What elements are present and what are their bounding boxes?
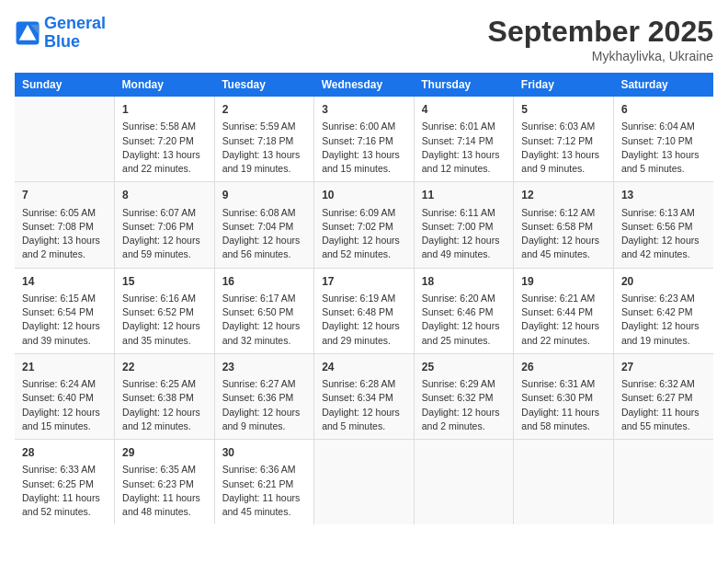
- calendar-cell: 2Sunrise: 5:59 AM Sunset: 7:18 PM Daylig…: [214, 97, 314, 182]
- day-number: 16: [222, 274, 307, 290]
- logo-text: General Blue: [44, 15, 106, 52]
- weekday-header-saturday: Saturday: [613, 73, 713, 97]
- day-info: Sunrise: 6:15 AM Sunset: 6:54 PM Dayligh…: [22, 292, 107, 348]
- day-info: Sunrise: 6:16 AM Sunset: 6:52 PM Dayligh…: [122, 292, 207, 348]
- calendar-cell: 15Sunrise: 6:16 AM Sunset: 6:52 PM Dayli…: [115, 268, 215, 353]
- day-info: Sunrise: 6:07 AM Sunset: 7:06 PM Dayligh…: [122, 206, 207, 262]
- day-info: Sunrise: 6:31 AM Sunset: 6:30 PM Dayligh…: [521, 377, 606, 433]
- calendar-cell: 21Sunrise: 6:24 AM Sunset: 6:40 PM Dayli…: [15, 353, 115, 439]
- logo: General Blue: [15, 15, 106, 52]
- calendar-cell: 23Sunrise: 6:27 AM Sunset: 6:36 PM Dayli…: [214, 353, 314, 439]
- day-number: 11: [422, 188, 506, 203]
- weekday-header-wednesday: Wednesday: [314, 73, 415, 97]
- calendar-cell: 25Sunrise: 6:29 AM Sunset: 6:32 PM Dayli…: [414, 353, 514, 439]
- day-info: Sunrise: 6:20 AM Sunset: 6:46 PM Dayligh…: [422, 292, 506, 348]
- calendar-cell: 24Sunrise: 6:28 AM Sunset: 6:34 PM Dayli…: [314, 353, 415, 439]
- day-info: Sunrise: 6:25 AM Sunset: 6:38 PM Dayligh…: [122, 377, 207, 433]
- day-number: 26: [521, 360, 606, 375]
- day-number: 6: [621, 102, 706, 118]
- day-info: Sunrise: 6:24 AM Sunset: 6:40 PM Dayligh…: [22, 377, 107, 433]
- calendar-cell: [314, 440, 415, 525]
- day-info: Sunrise: 6:27 AM Sunset: 6:36 PM Dayligh…: [222, 377, 307, 433]
- day-info: Sunrise: 6:11 AM Sunset: 7:00 PM Dayligh…: [422, 206, 506, 262]
- calendar-cell: 10Sunrise: 6:09 AM Sunset: 7:02 PM Dayli…: [314, 182, 415, 268]
- calendar-cell: 19Sunrise: 6:21 AM Sunset: 6:44 PM Dayli…: [514, 268, 614, 353]
- calendar-cell: 16Sunrise: 6:17 AM Sunset: 6:50 PM Dayli…: [214, 268, 314, 353]
- day-number: 30: [222, 445, 307, 461]
- calendar-cell: 1Sunrise: 5:58 AM Sunset: 7:20 PM Daylig…: [115, 97, 215, 182]
- calendar-cell: 28Sunrise: 6:33 AM Sunset: 6:25 PM Dayli…: [15, 440, 115, 525]
- day-info: Sunrise: 6:36 AM Sunset: 6:21 PM Dayligh…: [222, 463, 307, 519]
- calendar-week-row: 1Sunrise: 5:58 AM Sunset: 7:20 PM Daylig…: [15, 97, 713, 182]
- day-info: Sunrise: 6:17 AM Sunset: 6:50 PM Dayligh…: [222, 292, 307, 348]
- logo-line2: Blue: [44, 32, 80, 51]
- location-subtitle: Mykhaylivka, Ukraine: [488, 49, 713, 63]
- calendar-week-row: 28Sunrise: 6:33 AM Sunset: 6:25 PM Dayli…: [15, 440, 713, 525]
- calendar-cell: 12Sunrise: 6:12 AM Sunset: 6:58 PM Dayli…: [514, 182, 614, 268]
- day-info: Sunrise: 6:21 AM Sunset: 6:44 PM Dayligh…: [521, 292, 606, 348]
- calendar-cell: 6Sunrise: 6:04 AM Sunset: 7:10 PM Daylig…: [613, 97, 713, 182]
- day-number: 20: [621, 274, 706, 290]
- day-number: 24: [322, 360, 406, 375]
- day-number: 18: [422, 274, 506, 290]
- calendar-cell: 14Sunrise: 6:15 AM Sunset: 6:54 PM Dayli…: [15, 268, 115, 353]
- calendar-cell: 7Sunrise: 6:05 AM Sunset: 7:08 PM Daylig…: [15, 182, 115, 268]
- calendar-cell: 11Sunrise: 6:11 AM Sunset: 7:00 PM Dayli…: [414, 182, 514, 268]
- calendar-cell: 29Sunrise: 6:35 AM Sunset: 6:23 PM Dayli…: [115, 440, 215, 525]
- calendar-week-row: 7Sunrise: 6:05 AM Sunset: 7:08 PM Daylig…: [15, 182, 713, 268]
- day-number: 19: [521, 274, 606, 290]
- day-info: Sunrise: 6:29 AM Sunset: 6:32 PM Dayligh…: [422, 377, 506, 433]
- day-number: 2: [222, 102, 307, 118]
- day-number: 25: [422, 360, 506, 375]
- calendar-cell: [514, 440, 614, 525]
- weekday-header-thursday: Thursday: [414, 73, 514, 97]
- day-info: Sunrise: 6:09 AM Sunset: 7:02 PM Dayligh…: [322, 206, 406, 262]
- weekday-header-sunday: Sunday: [15, 73, 115, 97]
- calendar-cell: 4Sunrise: 6:01 AM Sunset: 7:14 PM Daylig…: [414, 97, 514, 182]
- calendar-cell: [414, 440, 514, 525]
- calendar-cell: 5Sunrise: 6:03 AM Sunset: 7:12 PM Daylig…: [514, 97, 614, 182]
- day-info: Sunrise: 6:33 AM Sunset: 6:25 PM Dayligh…: [22, 463, 107, 519]
- day-number: 1: [122, 102, 207, 118]
- day-info: Sunrise: 6:08 AM Sunset: 7:04 PM Dayligh…: [222, 206, 307, 262]
- day-number: 13: [621, 188, 706, 203]
- day-number: 5: [521, 102, 606, 118]
- calendar-cell: 20Sunrise: 6:23 AM Sunset: 6:42 PM Dayli…: [613, 268, 713, 353]
- day-info: Sunrise: 6:03 AM Sunset: 7:12 PM Dayligh…: [521, 120, 606, 176]
- title-block: September 2025 Mykhaylivka, Ukraine: [488, 15, 713, 63]
- calendar-header: SundayMondayTuesdayWednesdayThursdayFrid…: [15, 73, 713, 97]
- day-number: 23: [222, 360, 307, 375]
- calendar-table: SundayMondayTuesdayWednesdayThursdayFrid…: [15, 73, 713, 524]
- calendar-cell: 27Sunrise: 6:32 AM Sunset: 6:27 PM Dayli…: [613, 353, 713, 439]
- page-header: General Blue September 2025 Mykhaylivka,…: [15, 15, 713, 63]
- day-info: Sunrise: 6:32 AM Sunset: 6:27 PM Dayligh…: [621, 377, 706, 433]
- day-info: Sunrise: 6:35 AM Sunset: 6:23 PM Dayligh…: [122, 463, 207, 519]
- calendar-cell: 26Sunrise: 6:31 AM Sunset: 6:30 PM Dayli…: [514, 353, 614, 439]
- day-number: 8: [122, 188, 207, 203]
- calendar-cell: [613, 440, 713, 525]
- day-number: 22: [122, 360, 207, 375]
- day-info: Sunrise: 6:23 AM Sunset: 6:42 PM Dayligh…: [621, 292, 706, 348]
- day-number: 21: [22, 360, 107, 375]
- calendar-week-row: 21Sunrise: 6:24 AM Sunset: 6:40 PM Dayli…: [15, 353, 713, 439]
- day-number: 7: [22, 188, 107, 203]
- weekday-header-friday: Friday: [514, 73, 614, 97]
- day-info: Sunrise: 6:05 AM Sunset: 7:08 PM Dayligh…: [22, 206, 107, 262]
- calendar-cell: 18Sunrise: 6:20 AM Sunset: 6:46 PM Dayli…: [414, 268, 514, 353]
- calendar-cell: 22Sunrise: 6:25 AM Sunset: 6:38 PM Dayli…: [115, 353, 215, 439]
- calendar-cell: [15, 97, 115, 182]
- day-number: 3: [322, 102, 406, 118]
- day-info: Sunrise: 6:04 AM Sunset: 7:10 PM Dayligh…: [621, 120, 706, 176]
- weekday-header-monday: Monday: [115, 73, 215, 97]
- day-info: Sunrise: 6:19 AM Sunset: 6:48 PM Dayligh…: [322, 292, 406, 348]
- day-info: Sunrise: 6:13 AM Sunset: 6:56 PM Dayligh…: [621, 206, 706, 262]
- day-info: Sunrise: 5:58 AM Sunset: 7:20 PM Dayligh…: [122, 120, 207, 176]
- calendar-cell: 17Sunrise: 6:19 AM Sunset: 6:48 PM Dayli…: [314, 268, 415, 353]
- day-info: Sunrise: 5:59 AM Sunset: 7:18 PM Dayligh…: [222, 120, 307, 176]
- weekday-header-tuesday: Tuesday: [214, 73, 314, 97]
- day-info: Sunrise: 6:01 AM Sunset: 7:14 PM Dayligh…: [422, 120, 506, 176]
- calendar-cell: 3Sunrise: 6:00 AM Sunset: 7:16 PM Daylig…: [314, 97, 415, 182]
- day-number: 28: [22, 445, 107, 461]
- month-title: September 2025: [488, 15, 713, 49]
- day-number: 9: [222, 188, 307, 203]
